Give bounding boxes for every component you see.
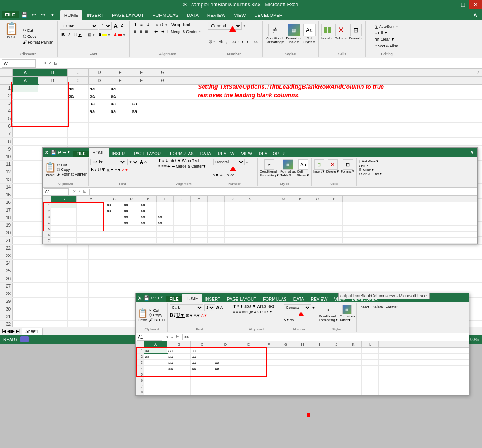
small-table-cell[interactable]: aa bbox=[144, 348, 167, 353]
small-table-cell[interactable] bbox=[237, 383, 260, 389]
table-cell[interactable] bbox=[89, 138, 110, 145]
table-cell[interactable] bbox=[38, 100, 68, 107]
small-table-cell[interactable] bbox=[167, 383, 191, 389]
small-table-cell[interactable] bbox=[311, 389, 328, 395]
ribbon-collapse-btn[interactable]: ∧ bbox=[470, 11, 480, 19]
sub2-formula-input[interactable] bbox=[184, 335, 468, 339]
table-cell[interactable] bbox=[110, 290, 131, 297]
table-cell[interactable] bbox=[68, 130, 89, 137]
sub2-fx-btn[interactable]: fx bbox=[176, 335, 179, 339]
table-cell[interactable] bbox=[13, 123, 38, 130]
tab-review[interactable]: REVIEW bbox=[203, 10, 230, 20]
small-table-cell[interactable]: aa bbox=[144, 354, 167, 359]
table-cell[interactable]: aa bbox=[89, 107, 110, 115]
small-table-cell[interactable]: aa bbox=[140, 214, 157, 220]
table-cell[interactable]: aa bbox=[131, 107, 152, 115]
small-col-hdr-C[interactable]: C bbox=[106, 196, 123, 202]
small-table-cell[interactable] bbox=[362, 354, 379, 359]
table-cell[interactable] bbox=[110, 275, 131, 282]
percent-btn[interactable]: % bbox=[218, 39, 224, 44]
table-cell[interactable] bbox=[110, 123, 131, 130]
file-menu-btn[interactable]: FILE bbox=[2, 11, 19, 18]
small-table-cell[interactable] bbox=[208, 238, 225, 243]
small-table-cell[interactable] bbox=[326, 238, 343, 243]
small-table-cell[interactable]: aa bbox=[140, 208, 157, 214]
small-table-cell[interactable] bbox=[258, 226, 275, 231]
table-cell[interactable] bbox=[131, 123, 152, 130]
maximize-btn[interactable]: □ bbox=[457, 0, 469, 9]
table-cell[interactable] bbox=[152, 130, 173, 137]
table-cell[interactable] bbox=[13, 92, 38, 99]
tab-home[interactable]: HOME bbox=[60, 10, 82, 20]
small-table-cell[interactable] bbox=[214, 377, 237, 383]
italic-btn[interactable]: I bbox=[67, 31, 71, 38]
table-cell[interactable] bbox=[68, 100, 89, 107]
small-table-cell[interactable] bbox=[241, 220, 258, 225]
table-cell[interactable] bbox=[152, 275, 173, 282]
small-table-cell[interactable] bbox=[345, 348, 362, 353]
table-cell[interactable] bbox=[110, 115, 131, 122]
table-cell[interactable] bbox=[89, 267, 110, 275]
format-cells-btn[interactable]: ⊞ Format▼ bbox=[349, 24, 363, 40]
sub1-comma-btn[interactable]: , bbox=[224, 173, 225, 177]
increase-font-btn[interactable]: A bbox=[112, 22, 119, 30]
small-table-cell[interactable] bbox=[167, 389, 191, 395]
small-table-cell[interactable] bbox=[237, 366, 260, 371]
small-table-cell[interactable] bbox=[174, 238, 191, 243]
table-cell[interactable]: aa bbox=[89, 85, 110, 92]
small-table-cell[interactable] bbox=[326, 226, 343, 231]
minimize-btn[interactable]: ─ bbox=[444, 0, 457, 9]
close-btn[interactable]: ✕ bbox=[469, 0, 482, 9]
small-table-cell[interactable] bbox=[362, 383, 379, 389]
sub1-size-select[interactable]: 11 bbox=[127, 159, 139, 165]
table-cell[interactable] bbox=[89, 305, 110, 313]
small-table-cell[interactable] bbox=[260, 366, 277, 371]
table-cell[interactable] bbox=[152, 260, 173, 267]
small-table-cell[interactable] bbox=[208, 208, 225, 214]
sub1-sort-btn[interactable]: ↕ Sort & Filter▼ bbox=[359, 172, 476, 176]
sub2-redo-btn[interactable]: ↪ bbox=[155, 295, 159, 301]
small-table-cell[interactable] bbox=[214, 383, 237, 389]
sub1-bot-btn[interactable]: ⬇ bbox=[165, 159, 169, 163]
small-table-cell[interactable] bbox=[260, 377, 277, 383]
sub1-undo-btn[interactable]: ↩ bbox=[58, 150, 61, 155]
sub2-borders-btn[interactable]: ⊞▼ bbox=[186, 313, 193, 318]
col-hdr-F[interactable]: F bbox=[131, 77, 152, 84]
table-cell[interactable] bbox=[131, 85, 152, 92]
table-cell[interactable] bbox=[13, 100, 38, 107]
small-table-cell[interactable] bbox=[345, 383, 362, 389]
sub1-left-btn[interactable]: ≡ bbox=[158, 164, 160, 168]
small-table-cell[interactable] bbox=[77, 226, 106, 231]
sub2-confirm-btn[interactable]: ✓ bbox=[171, 335, 174, 339]
table-cell[interactable] bbox=[13, 85, 38, 92]
tab-view[interactable]: VIEW bbox=[230, 10, 250, 20]
table-cell[interactable] bbox=[13, 229, 38, 236]
col-header-e[interactable]: E bbox=[110, 69, 131, 76]
table-cell[interactable] bbox=[68, 313, 89, 320]
table-cell[interactable] bbox=[131, 130, 152, 137]
small-table-cell[interactable] bbox=[214, 348, 237, 353]
sub2-orient-btn[interactable]: ab⤸▼ bbox=[244, 304, 256, 308]
small-col-hdr-I[interactable]: I bbox=[311, 341, 328, 347]
small-table-cell[interactable] bbox=[167, 377, 191, 383]
table-cell[interactable] bbox=[13, 161, 38, 168]
copy-btn[interactable]: ⬡ Copy bbox=[22, 33, 55, 39]
small-table-cell[interactable] bbox=[167, 371, 191, 377]
clear-btn[interactable]: 🗑 Clear ▼ bbox=[374, 36, 400, 42]
sub2-fp-btn[interactable]: 🖌 Painter bbox=[149, 318, 166, 322]
sub1-developer-tab[interactable]: DEVELOPER bbox=[255, 151, 288, 157]
table-cell[interactable] bbox=[152, 92, 173, 99]
small-table-cell[interactable] bbox=[362, 366, 379, 371]
small-table-cell[interactable] bbox=[157, 232, 174, 237]
sub2-left-btn[interactable]: ≡ bbox=[233, 310, 235, 314]
small-table-cell[interactable] bbox=[106, 220, 123, 225]
sub1-format-btn[interactable]: ⊟ Format▼ bbox=[341, 159, 355, 173]
save-qat-btn[interactable]: 💾 bbox=[20, 11, 29, 19]
small-table-cell[interactable] bbox=[174, 220, 191, 225]
sheet-nav-first[interactable]: |◀ bbox=[2, 329, 6, 333]
table-cell[interactable]: aa bbox=[131, 100, 152, 107]
small-table-cell[interactable] bbox=[157, 208, 174, 214]
small-col-hdr-H[interactable]: H bbox=[294, 341, 311, 347]
sub1-copy-btn[interactable]: ⬡ Copy bbox=[57, 168, 87, 172]
table-cell[interactable] bbox=[152, 138, 173, 145]
